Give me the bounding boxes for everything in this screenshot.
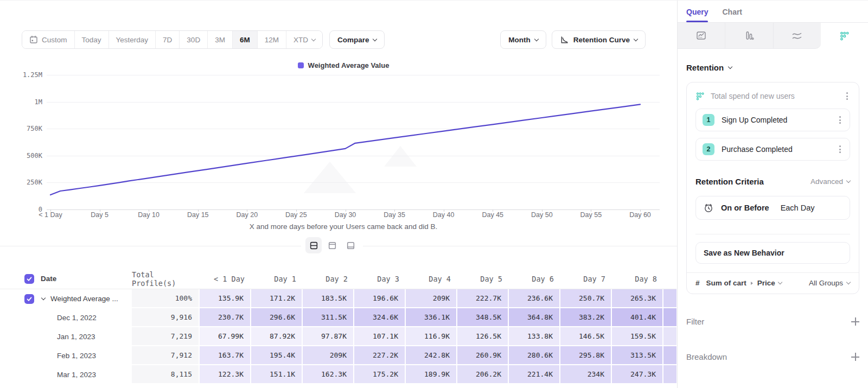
retention-value-cell[interactable]: 364.8K	[509, 308, 560, 327]
kebab-menu-icon[interactable]	[837, 114, 843, 126]
retention-value-cell[interactable]: 67.99K	[200, 327, 251, 346]
add-breakdown-section[interactable]: Breakdown	[686, 352, 859, 361]
retention-value-cell[interactable]: 209K	[406, 289, 457, 308]
retention-value-cell[interactable]: 222.7K	[457, 289, 509, 308]
view-toggle-table-view[interactable]	[342, 237, 359, 253]
retention-value-cell[interactable]: 107.1K	[354, 327, 406, 346]
retention-value-cell[interactable]: 236.6K	[509, 289, 560, 308]
chevron-down-icon	[634, 36, 638, 41]
retention-value-cell[interactable]: 175.2K	[354, 365, 406, 384]
range-30d[interactable]: 30D	[180, 31, 208, 48]
retention-value-cell[interactable]: 159.5K	[612, 327, 663, 346]
retention-value-cell[interactable]: 260.9K	[457, 346, 509, 365]
retention-value-cell[interactable]: 295.8K	[560, 346, 612, 365]
chart-legend[interactable]: Weighted Average Value	[47, 61, 640, 69]
chart-type-button[interactable]: Retention Curve	[552, 30, 646, 49]
range-6m[interactable]: 6M	[233, 31, 258, 48]
range-7d[interactable]: 7D	[156, 31, 180, 48]
add-filter-section[interactable]: Filter	[686, 317, 859, 326]
retention-value-cell[interactable]: 280.6K	[509, 346, 560, 365]
retention-curve-icon	[560, 35, 569, 44]
x-axis-tick-label: Day 30	[321, 211, 370, 219]
retention-icon	[839, 31, 850, 41]
retention-value-cell[interactable]: 189.9K	[406, 365, 457, 384]
retention-value-cell[interactable]: 336.1K	[406, 308, 457, 327]
criteria-mode-dropdown[interactable]: Advanced	[810, 177, 850, 186]
retention-value-cell[interactable]: 383.2K	[560, 308, 612, 327]
retention-value-cell[interactable]: 126.5K	[457, 327, 509, 346]
report-tab-retention[interactable]	[821, 23, 868, 49]
x-axis-tick-label: Day 10	[124, 211, 173, 219]
retention-value-cell[interactable]: 247.3K	[612, 365, 663, 384]
retention-value-cell[interactable]: 265.3K	[612, 289, 663, 308]
retention-value-cell[interactable]: 116.9K	[406, 327, 457, 346]
retention-value-cell[interactable]: 313.5K	[612, 346, 663, 365]
chevron-down-icon[interactable]	[41, 296, 46, 300]
row-date-label: Dec 1, 2022	[57, 314, 97, 322]
retention-value-cell[interactable]: 324.6K	[354, 308, 406, 327]
retention-value-cell[interactable]: 250.7K	[560, 289, 612, 308]
retention-value-cell[interactable]: 348.5K	[457, 308, 509, 327]
behavior-step[interactable]: 1Sign Up Completed	[695, 109, 850, 131]
report-tab-flows[interactable]	[774, 23, 821, 49]
retention-section-selector[interactable]: Retention	[686, 63, 859, 72]
range-xtd[interactable]: XTD	[286, 31, 322, 48]
retention-value-cell[interactable]: 227.2K	[354, 346, 406, 365]
retention-value-cell[interactable]: 311.5K	[303, 308, 354, 327]
plus-icon[interactable]	[851, 317, 859, 326]
retention-value-cell[interactable]: 163.7K	[200, 346, 251, 365]
report-tab-insights[interactable]	[678, 23, 725, 49]
retention-value-cell[interactable]: 234K	[560, 365, 612, 384]
retention-value-cell[interactable]: 209K	[303, 346, 354, 365]
retention-value-cell[interactable]: 296.6K	[251, 308, 303, 327]
range-12m[interactable]: 12M	[258, 31, 286, 48]
retention-value-cell[interactable]: 97.87K	[303, 327, 354, 346]
retention-value-cell[interactable]: 196.6K	[354, 289, 406, 308]
y-axis-tick-label: 250K	[0, 179, 42, 186]
select-all-checkbox[interactable]	[24, 274, 34, 284]
retention-value-cell[interactable]: 133.8K	[509, 327, 560, 346]
measure-dropdown[interactable]: # Sum of cart Price	[695, 279, 782, 287]
granularity-button[interactable]: Month	[500, 30, 546, 49]
tab-chart[interactable]: Chart	[722, 8, 742, 22]
row-checkbox[interactable]	[24, 294, 34, 304]
kebab-menu-icon[interactable]	[844, 90, 850, 102]
insights-icon	[696, 30, 706, 41]
behavior-step[interactable]: 2Purchase Completed	[695, 138, 850, 161]
row-date-label: Mar 1, 2023	[57, 371, 96, 379]
toolbar: CustomTodayYesterday7D30D3M6M12MXTD Comp…	[22, 30, 646, 49]
retention-value-cell[interactable]: 401.4K	[612, 308, 663, 327]
retention-value-cell[interactable]: 242.8K	[406, 346, 457, 365]
groups-dropdown[interactable]: All Groups	[809, 279, 850, 287]
retention-value-cell[interactable]: 162.3K	[303, 365, 354, 384]
y-axis-tick-label: 500K	[0, 152, 42, 160]
retention-value-cell[interactable]: 195.4K	[251, 346, 303, 365]
retention-value-cell[interactable]: 87.92K	[251, 327, 303, 346]
kebab-menu-icon[interactable]	[837, 143, 843, 155]
range-custom[interactable]: Custom	[22, 31, 75, 48]
clipped-value-cell	[663, 289, 676, 308]
save-as-new-behavior-button[interactable]: Save as New Behavior	[695, 242, 850, 264]
range-3m[interactable]: 3M	[208, 31, 233, 48]
retention-value-cell[interactable]: 122.3K	[200, 365, 251, 384]
retention-value-cell[interactable]: 171.2K	[251, 289, 303, 308]
retention-condition[interactable]: On or Before Each Day	[695, 196, 850, 220]
retention-value-cell[interactable]: 183.5K	[303, 289, 354, 308]
range-today[interactable]: Today	[75, 31, 109, 48]
retention-value-cell[interactable]: 221.4K	[509, 365, 560, 384]
view-toggle-split-view[interactable]	[305, 237, 322, 253]
retention-value-cell[interactable]: 135.9K	[200, 289, 251, 308]
retention-value-cell[interactable]: 151.1K	[251, 365, 303, 384]
compare-button[interactable]: Compare	[329, 30, 385, 49]
retention-value-cell[interactable]: 206.2K	[457, 365, 509, 384]
chart-line-svg[interactable]	[48, 75, 640, 209]
clipped-value-cell	[663, 346, 676, 365]
retention-value-cell[interactable]: 230.7K	[200, 308, 251, 327]
report-tab-funnels[interactable]	[725, 23, 773, 49]
plus-icon[interactable]	[851, 353, 859, 361]
view-toggle-chart-view[interactable]	[324, 237, 340, 253]
retention-value-cell[interactable]: 146.5K	[560, 327, 612, 346]
range-yesterday[interactable]: Yesterday	[109, 31, 156, 48]
column-header-clipped	[663, 269, 676, 289]
tab-query[interactable]: Query	[686, 8, 708, 22]
